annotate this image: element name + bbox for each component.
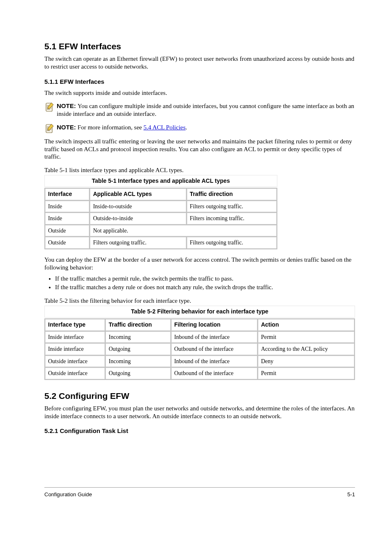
intro-paragraph-4: You can deploy the EFW at the border of … (44, 256, 355, 272)
footer-rule (44, 487, 355, 488)
note-pre: For more information, see (78, 124, 143, 131)
note-label: NOTE: (57, 102, 78, 109)
table-header-cell: Action (258, 319, 354, 331)
table-cell: Permit (258, 332, 354, 343)
table-cell: Deny (258, 356, 354, 367)
table-cell: Inside interface (45, 332, 105, 343)
table-header-cell: Interface type (45, 319, 105, 331)
table-cell-spanned: Not applicable. (90, 225, 277, 237)
table-interface-acl-types: Table 5-1 Interface types and applicable… (44, 175, 277, 249)
table-row: Outside Filters outgoing traffic. Filter… (45, 237, 277, 249)
table-row: Inside interface Outgoing Outbound of th… (45, 343, 354, 355)
note-post: . (186, 124, 187, 131)
table-row: Inside Outside-to-inside Filters incomin… (45, 213, 277, 224)
intro-paragraph-5: Before configuring EFW, you must plan th… (44, 405, 355, 420)
footer-left: Configuration Guide (44, 491, 92, 498)
footer-page-number: 5-1 (347, 491, 355, 498)
table-cell: Incoming (106, 332, 170, 343)
note-body: You can configure multiple inside and ou… (57, 103, 354, 117)
table-cell: Outside interface (45, 368, 105, 379)
table-cell: Filters outgoing traffic. (90, 237, 186, 249)
table-cell: Inside-to-outside (90, 201, 186, 212)
table-2-lead-in: Table 5-2 lists the filtering behavior f… (44, 297, 355, 305)
table-cell: Incoming (106, 356, 170, 367)
table-row: Outside Not applicable. (45, 225, 277, 237)
table-cell: Outside-to-inside (90, 213, 186, 224)
table-cell: Outside interface (45, 356, 105, 367)
note-icon (44, 101, 55, 113)
table-filtering-behavior: Table 5-2 Filtering behavior for each in… (44, 306, 355, 380)
behavior-bullet-list: If the traffic matches a permit rule, th… (44, 274, 355, 291)
subsection-heading-efw-interfaces: 5.1.1 EFW Interfaces (44, 78, 355, 86)
table-cell: Filters incoming traffic. (187, 213, 277, 224)
table-header-cell: Traffic direction (187, 189, 277, 200)
table-row: Inside interface Incoming Inbound of the… (45, 332, 354, 343)
table-row: Outside interface Outgoing Outbound of t… (45, 368, 354, 379)
table-cell: Outgoing (106, 343, 170, 355)
note-text-1: NOTE: You can configure multiple inside … (57, 102, 355, 118)
table-cell: Filters outgoing traffic. (187, 237, 277, 249)
table-header-cell: Interface (45, 189, 89, 200)
table-cell: According to the ACL policy (258, 343, 354, 355)
table-cell: Inbound of the interface (171, 332, 257, 343)
table-row: Interface type Traffic direction Filteri… (45, 319, 354, 331)
table-1-title: Table 5-1 Interface types and applicable… (44, 175, 277, 187)
section-heading-efw-interfaces: 5.1 EFW Interfaces (44, 41, 355, 52)
subsection-heading-config-task-list: 5.2.1 Configuration Task List (44, 427, 355, 435)
table-header-cell: Traffic direction (106, 319, 170, 331)
table-cell: Outgoing (106, 368, 170, 379)
table-cell: Outside (45, 237, 89, 249)
table-cell: Inside (45, 213, 89, 224)
note-block-1: NOTE: You can configure multiple inside … (44, 101, 355, 118)
table-cell: Inside interface (45, 343, 105, 355)
table-cell: Filters outgoing traffic. (187, 201, 277, 212)
note-label: NOTE: (57, 124, 78, 131)
table-2-title: Table 5-2 Filtering behavior for each in… (44, 306, 355, 318)
table-cell: Inside (45, 201, 89, 212)
intro-paragraph-3: The switch inspects all traffic entering… (44, 138, 355, 161)
table-cell: Outbound of the interface (171, 368, 257, 379)
note-block-2: NOTE: For more information, see 5.4 ACL … (44, 122, 355, 134)
table-row: Outside interface Incoming Inbound of th… (45, 356, 354, 367)
intro-paragraph-1: The switch can operate as an Ethernet fi… (44, 55, 355, 71)
table-cell: Permit (258, 368, 354, 379)
note-icon (44, 123, 55, 134)
table-row: Interface Applicable ACL types Traffic d… (45, 189, 277, 200)
table-cell: Inbound of the interface (171, 356, 257, 367)
page-content: 5.1 EFW Interfaces The switch can operat… (44, 33, 355, 438)
note-text-2: NOTE: For more information, see 5.4 ACL … (57, 124, 355, 131)
table-1-lead-in: Table 5-1 lists interface types and appl… (44, 166, 355, 174)
table-cell: Outbound of the interface (171, 343, 257, 355)
section-heading-configuring-efw: 5.2 Configuring EFW (44, 391, 355, 401)
cross-ref-link-acl-policies[interactable]: 5.4 ACL Policies (143, 124, 185, 131)
table-row: Inside Inside-to-outside Filters outgoin… (45, 201, 277, 212)
intro-paragraph-2: The switch supports inside and outside i… (44, 89, 355, 97)
list-item: If the traffic matches a deny rule or do… (55, 283, 355, 291)
list-item: If the traffic matches a permit rule, th… (55, 274, 355, 283)
table-header-cell: Applicable ACL types (90, 189, 186, 200)
page-footer: Configuration Guide 5-1 (44, 491, 355, 498)
table-header-cell: Filtering location (171, 319, 257, 331)
table-cell: Outside (45, 225, 89, 237)
